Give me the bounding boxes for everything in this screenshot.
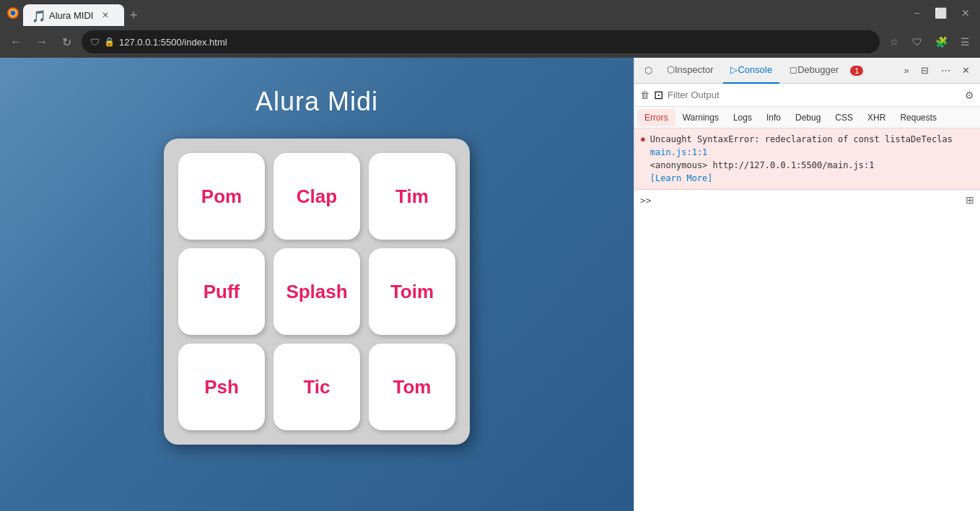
trash-button[interactable]: 🗑 — [640, 89, 649, 100]
console-filter-tabs: ErrorsWarningsLogsInfoDebugCSSXHRRequest… — [634, 107, 980, 128]
filter-tab-errors[interactable]: Errors — [637, 109, 675, 126]
devtools-filter-bar: 🗑 ⊡ ⚙ — [634, 84, 980, 107]
address-bar[interactable] — [119, 37, 871, 48]
filter-tab-warnings[interactable]: Warnings — [675, 109, 726, 126]
tab-favicon: 🎵 — [32, 9, 43, 21]
multiline-button[interactable]: ⊞ — [966, 194, 974, 206]
filter-tab-css[interactable]: CSS — [828, 109, 860, 126]
console-input-row: >> ⊞ — [634, 190, 980, 210]
drum-grid: PomClapTimPuffSplashToimPshTicTom — [178, 153, 455, 430]
drum-pad-container: PomClapTimPuffSplashToimPshTicTom — [164, 139, 470, 445]
webpage-content: Alura Midi PomClapTimPuffSplashToimPshTi… — [0, 58, 634, 511]
devtools-header: ⬡ ⬡ Inspector ▷ Console ◻ Debugger 1 » ⊟ — [634, 58, 980, 84]
drum-key-puff[interactable]: Puff — [178, 248, 265, 335]
close-button[interactable]: ✕ — [957, 4, 974, 22]
error-location-link[interactable]: main.js:1:1 — [650, 147, 707, 157]
tab-debugger[interactable]: ◻ Debugger — [782, 58, 846, 84]
drum-key-clap[interactable]: Clap — [274, 153, 360, 240]
drum-key-toim[interactable]: Toim — [369, 248, 455, 335]
devtools-picker-button[interactable]: ⬡ — [640, 63, 657, 78]
drum-key-psh[interactable]: Psh — [178, 344, 265, 430]
learn-more-link[interactable]: [Learn More] — [650, 173, 713, 183]
filter-tab-requests[interactable]: Requests — [893, 109, 944, 126]
devtools-more-tabs: » ⊟ ⋯ ✕ — [899, 63, 974, 78]
error-badge: 1 — [850, 66, 863, 76]
drum-key-tic[interactable]: Tic — [274, 344, 360, 430]
navigation-toolbar: ← → ↻ 🛡 🔒 ☆ 🛡 🧩 ☰ — [0, 26, 980, 58]
tab-inspector[interactable]: ⬡ Inspector — [660, 58, 720, 84]
console-label: Console — [738, 64, 772, 75]
filter-tab-info[interactable]: Info — [759, 109, 788, 126]
error-entry: ● Uncaught SyntaxError: redeclaration of… — [634, 128, 980, 190]
drum-key-tom[interactable]: Tom — [369, 344, 455, 430]
page-title: Alura Midi — [255, 87, 378, 117]
more-options-button[interactable]: ⋯ — [937, 63, 955, 78]
active-tab[interactable]: 🎵 Alura MIDI ✕ — [23, 4, 124, 26]
shield-icon: 🛡 — [90, 37, 100, 48]
browser-window: 🎵 Alura MIDI ✕ + − ⬜ ✕ ← → ↻ 🛡 🔒 ☆ 🛡 🧩 ☰ — [0, 0, 980, 511]
main-area: Alura Midi PomClapTimPuffSplashToimPshTi… — [0, 58, 980, 511]
devtools-content: ● Uncaught SyntaxError: redeclaration of… — [634, 128, 980, 511]
new-tab-button[interactable]: + — [124, 5, 144, 26]
filter-tab-xhr[interactable]: XHR — [860, 109, 893, 126]
toolbar-actions: ☆ 🛡 🧩 ☰ — [885, 33, 974, 51]
forward-button[interactable]: → — [32, 32, 52, 51]
debugger-icon: ◻ — [789, 64, 797, 75]
filter-icon: ⊡ — [654, 88, 663, 102]
maximize-button[interactable]: ⬜ — [930, 4, 951, 22]
filter-tab-logs[interactable]: Logs — [726, 109, 759, 126]
address-bar-container: 🛡 🔒 — [82, 30, 880, 53]
reload-button[interactable]: ↻ — [58, 32, 76, 52]
responsive-design-button[interactable]: ⊟ — [916, 63, 933, 78]
inspector-label: Inspector — [675, 64, 713, 75]
console-input[interactable] — [655, 195, 963, 206]
menu-button[interactable]: ☰ — [956, 33, 974, 51]
tab-close-button[interactable]: ✕ — [102, 10, 109, 20]
error-anonymous: <anonymous> http://127.0.0.1:5500/main.j… — [650, 160, 875, 170]
extensions-button[interactable]: 🧩 — [931, 33, 952, 51]
minimize-button[interactable]: − — [910, 4, 924, 22]
star-button[interactable]: ☆ — [885, 33, 904, 51]
drum-key-splash[interactable]: Splash — [274, 248, 360, 335]
filter-input[interactable] — [668, 89, 961, 100]
shield-button[interactable]: 🛡 — [908, 33, 927, 51]
tab-bar: 🎵 Alura MIDI ✕ + — [23, 0, 907, 26]
console-icon: ▷ — [730, 64, 738, 75]
tab-title: Alura MIDI — [49, 10, 93, 21]
drum-key-pom[interactable]: Pom — [178, 153, 265, 240]
browser-logo — [6, 6, 20, 20]
error-icon: ● — [640, 134, 646, 144]
debugger-label: Debugger — [797, 64, 839, 75]
window-controls: − ⬜ ✕ — [910, 4, 974, 22]
console-settings-button[interactable]: ⚙ — [965, 89, 974, 101]
filter-tab-debug[interactable]: Debug — [788, 109, 828, 126]
error-message-block: Uncaught SyntaxError: redeclaration of c… — [650, 133, 974, 185]
inspector-icon: ⬡ — [667, 64, 675, 75]
lock-icon: 🔒 — [104, 37, 115, 47]
tab-console[interactable]: ▷ Console — [723, 58, 779, 84]
more-tabs-button[interactable]: » — [899, 63, 913, 78]
back-button[interactable]: ← — [6, 32, 26, 51]
title-bar: 🎵 Alura MIDI ✕ + − ⬜ ✕ — [0, 0, 980, 26]
devtools-close-button[interactable]: ✕ — [958, 63, 974, 78]
devtools-panel: ⬡ ⬡ Inspector ▷ Console ◻ Debugger 1 » ⊟ — [634, 58, 980, 511]
error-message: Uncaught SyntaxError: redeclaration of c… — [650, 134, 953, 144]
console-prompt: >> — [640, 195, 652, 206]
drum-key-tim[interactable]: Tim — [369, 153, 455, 240]
svg-point-2 — [11, 11, 16, 16]
